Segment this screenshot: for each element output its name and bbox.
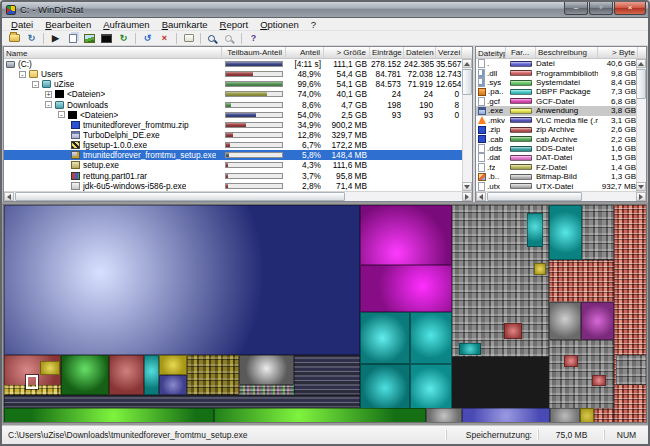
- treemap-mid-strips[interactable]: [294, 355, 360, 395]
- command-prompt-button[interactable]: [99, 32, 114, 45]
- tree-row[interactable]: rettung.part01.rar3,7%95,8 MB: [4, 171, 472, 181]
- treemap-mid-speckle[interactable]: [239, 385, 294, 395]
- menu-item-aufrumen[interactable]: Aufräumen: [97, 19, 155, 30]
- treemap-bottom-yellow[interactable]: [580, 408, 594, 423]
- scroll-up-button[interactable]: [462, 59, 472, 68]
- extension-header-farbe[interactable]: Far...: [506, 47, 536, 58]
- treemap-bottom-blue[interactable]: [462, 408, 550, 423]
- tree-horizontal-scrollbar[interactable]: [4, 191, 472, 201]
- scrollbar-thumb[interactable]: [462, 69, 472, 95]
- scroll-up-button[interactable]: [636, 59, 646, 68]
- collapse-box[interactable]: -: [45, 101, 52, 108]
- extension-header-ext[interactable]: Dateityp: [476, 47, 506, 58]
- tree-vertical-scrollbar[interactable]: [462, 59, 472, 191]
- treemap-bit-red-1[interactable]: [504, 323, 522, 339]
- treemap[interactable]: [3, 204, 647, 423]
- menu-item-bearbeiten[interactable]: Bearbeiten: [39, 19, 97, 30]
- extension-row[interactable]: .pa..DBPF Package7,3 GB: [476, 87, 646, 96]
- delete-recycle-button[interactable]: ↺: [140, 32, 155, 45]
- menu-item-optionen[interactable]: Optionen: [254, 19, 305, 30]
- tree-row[interactable]: (C:)[4:11 s]111,1 GB278.152242.38535.567: [4, 59, 472, 69]
- extension-row[interactable]: .Datei40,6 GB: [476, 59, 646, 68]
- extension-row[interactable]: .ddsDDS-Datei1,6 GB: [476, 144, 646, 153]
- tree-header-files[interactable]: Dateien: [404, 47, 436, 58]
- extension-header-desc[interactable]: Beschreibung: [536, 47, 598, 58]
- scrollbar-thumb[interactable]: [15, 192, 345, 201]
- scrollbar-thumb[interactable]: [487, 192, 582, 201]
- rescan-button[interactable]: ↻: [24, 32, 39, 45]
- collapse-box[interactable]: -: [32, 81, 39, 88]
- treemap-mid-teal[interactable]: [144, 355, 159, 395]
- refresh-selected-button[interactable]: ↻: [116, 32, 131, 45]
- open-button[interactable]: [7, 32, 22, 45]
- extension-vertical-scrollbar[interactable]: [636, 59, 646, 191]
- scroll-down-button[interactable]: [462, 182, 472, 191]
- tree-header-size[interactable]: > Größe: [324, 47, 370, 58]
- close-button[interactable]: ×: [614, 2, 646, 15]
- treemap-mid-gray[interactable]: [239, 355, 294, 385]
- resume-button[interactable]: ▶: [48, 32, 63, 45]
- treemap-col-teal[interactable]: [549, 205, 582, 260]
- extension-header-byte[interactable]: > Byte: [598, 47, 638, 58]
- tree-row[interactable]: -uZise99,6%54,1 GB84.57371.91912.654: [4, 79, 472, 89]
- tree-row[interactable]: +<Dateien>74,0%40,1 GB24240: [4, 89, 472, 99]
- treemap-block-teal-c[interactable]: [360, 364, 410, 412]
- extension-row[interactable]: .gcfGCF-Datei6,8 GB: [476, 97, 646, 106]
- treemap-bottom-gray-b[interactable]: [550, 408, 580, 423]
- treemap-bit-yellow-1[interactable]: [534, 263, 546, 275]
- menu-item-datei[interactable]: Datei: [5, 19, 39, 30]
- scroll-left-button[interactable]: [476, 192, 486, 201]
- help-button[interactable]: ?: [246, 32, 261, 45]
- treemap-bit-red-3[interactable]: [592, 375, 606, 386]
- treemap-block-teal-a[interactable]: [360, 312, 410, 364]
- treemap-col-red[interactable]: [549, 260, 614, 302]
- treemap-block-c-root[interactable]: [4, 205, 360, 355]
- tree-row[interactable]: tmunitedforever_fromtmu_setup.exe5,8%148…: [4, 150, 472, 160]
- copy-button[interactable]: [65, 32, 80, 45]
- minimize-button[interactable]: –: [564, 2, 588, 15]
- treemap-block-magenta-a[interactable]: [360, 205, 452, 265]
- extension-row[interactable]: .fzFZ-Datei1,4 GB: [476, 163, 646, 172]
- tree-row[interactable]: tmunitedforever_fromtmu.zip34,9%900,2 MB: [4, 120, 472, 130]
- extension-horizontal-scrollbar[interactable]: [476, 191, 646, 201]
- scroll-right-button[interactable]: [462, 192, 472, 201]
- treemap-bottom-green-a[interactable]: [4, 408, 214, 423]
- tree-row[interactable]: setup.exe4,3%111,6 MB: [4, 160, 472, 170]
- maximize-button[interactable]: ▫: [589, 2, 613, 15]
- treemap-mid-yellow-bit[interactable]: [40, 361, 60, 375]
- extension-row[interactable]: .datDAT-Datei1,5 GB: [476, 153, 646, 162]
- tree-header-name[interactable]: Name: [4, 47, 222, 58]
- treemap-mid-olive[interactable]: [187, 355, 239, 395]
- treemap-bottom-gray-a[interactable]: [426, 408, 462, 423]
- treemap-block-teal-b[interactable]: [410, 312, 452, 364]
- tree-header-anteil[interactable]: Anteil: [286, 47, 324, 58]
- treemap-dark-strip[interactable]: [4, 395, 360, 408]
- treemap-bit-red-2[interactable]: [564, 355, 578, 367]
- treemap-col-gray-a[interactable]: [582, 205, 614, 260]
- tree-row[interactable]: -Downloads8,6%4,7 GB1981908: [4, 100, 472, 110]
- title-bar[interactable]: C: - WinDirStat – ▫ ×: [2, 2, 648, 18]
- tree-row[interactable]: fgsetup-1.0.0.exe6,7%172,2 MB: [4, 140, 472, 150]
- treemap-col-magenta[interactable]: [581, 302, 614, 340]
- collapse-box[interactable]: -: [19, 71, 26, 78]
- menu-item-report[interactable]: Report: [214, 19, 255, 30]
- new-folder-button[interactable]: [181, 32, 196, 45]
- extension-row[interactable]: .utxUTX-Datei932,7 MB: [476, 181, 646, 190]
- treemap-bottom-red[interactable]: [594, 408, 614, 423]
- treemap-block-magenta-b[interactable]: [360, 265, 452, 312]
- scroll-right-button[interactable]: [636, 192, 646, 201]
- treemap-bit-teal-2[interactable]: [459, 343, 481, 355]
- collapse-box[interactable]: -: [58, 111, 65, 118]
- treemap-mid-yellow[interactable]: [159, 355, 187, 375]
- treemap-col-gray-b[interactable]: [549, 302, 581, 340]
- explorer-button[interactable]: [82, 32, 97, 45]
- menu-item-?[interactable]: ?: [305, 19, 322, 30]
- treemap-bit-teal-1[interactable]: [527, 213, 543, 247]
- scrollbar-thumb[interactable]: [636, 69, 646, 99]
- treemap-bottom-green-b[interactable]: [214, 408, 426, 423]
- tree-row[interactable]: -Users48,9%54,4 GB84.78172.03812.743: [4, 69, 472, 79]
- extension-row[interactable]: .zipzip Archive2,6 GB: [476, 125, 646, 134]
- treemap-mid-green[interactable]: [61, 355, 109, 395]
- scroll-left-button[interactable]: [4, 192, 14, 201]
- extension-row[interactable]: .dllProgrammbibliothek9,8 GB: [476, 68, 646, 77]
